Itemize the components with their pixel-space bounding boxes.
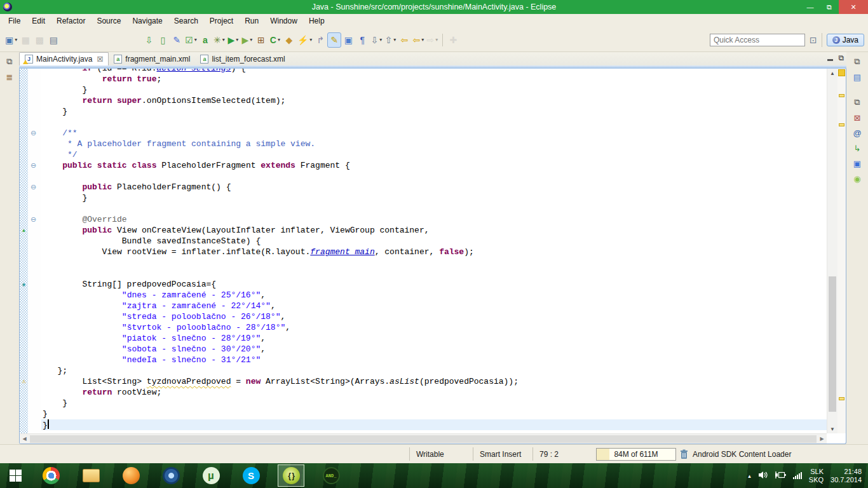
code-line-16[interactable]: ▲ public View onCreateView(LayoutInflate… bbox=[20, 225, 827, 236]
heap-status-widget[interactable]: 84M of 611M bbox=[596, 448, 676, 461]
horizontal-scrollbar[interactable]: ◀ ▶ bbox=[20, 433, 827, 444]
maximize-editor-icon[interactable]: ⧉ bbox=[838, 53, 844, 62]
new-java-class-dropdown-icon[interactable]: ▾ bbox=[278, 37, 280, 43]
java-perspective-button[interactable]: J Java bbox=[827, 34, 864, 46]
start-button[interactable] bbox=[0, 463, 31, 488]
new-android-app-icon[interactable]: a bbox=[198, 32, 212, 48]
overview-ruler[interactable] bbox=[837, 69, 846, 433]
open-task-icon[interactable]: ◆ bbox=[282, 32, 296, 48]
run-icon[interactable]: ▶▾ bbox=[226, 32, 240, 48]
open-perspective-icon[interactable]: ⊡ bbox=[810, 35, 817, 45]
code-line-19[interactable] bbox=[20, 257, 827, 268]
new-java-project-icon[interactable]: ⊞ bbox=[254, 32, 268, 48]
network-signal-icon[interactable] bbox=[793, 472, 802, 479]
code-line-4[interactable]: return super.onOptionsItemSelected(item)… bbox=[20, 95, 827, 106]
mark-occurrences-icon[interactable]: ✎ bbox=[327, 32, 341, 48]
vertical-scrollbar-thumb[interactable] bbox=[829, 276, 836, 411]
taskbar-flstudio-button[interactable] bbox=[118, 465, 144, 486]
code-line-21[interactable]: ◉ String[] predpovedPocasia={ bbox=[20, 279, 827, 290]
code-line-17[interactable]: Bundle savedInstanceState) { bbox=[20, 236, 827, 247]
editor-tab-fragment_main-xml[interactable]: afragment_main.xml bbox=[109, 52, 195, 65]
code-line-25[interactable]: "štvrtok - polooblačno - 28°/18°", bbox=[20, 322, 827, 333]
new-wizard-icon[interactable]: ▣▾ bbox=[4, 32, 18, 48]
code-line-30[interactable]: ⚠ List<String> tyzdnovaPredpoved = new A… bbox=[20, 376, 827, 387]
search-icon[interactable]: ⚡▾ bbox=[296, 32, 313, 48]
save-icon[interactable]: ▦ bbox=[18, 32, 32, 48]
run-external-tools-dropdown-icon[interactable]: ▾ bbox=[250, 37, 252, 43]
code-line-29[interactable]: }; bbox=[20, 365, 827, 376]
new-test-icon[interactable]: ☑▾ bbox=[184, 32, 198, 48]
code-line-1[interactable]: if (id == R.id.action_settings) { bbox=[20, 69, 827, 74]
editor-tab-MainActivity-java[interactable]: JMainActivity.java☒ bbox=[19, 52, 109, 65]
search-dropdown-icon[interactable]: ▾ bbox=[309, 37, 312, 43]
warning-overview-mark[interactable] bbox=[839, 94, 844, 97]
code-line-12[interactable]: ⊖ public PlaceholderFragment() { bbox=[20, 182, 827, 193]
code-line-20[interactable] bbox=[20, 268, 827, 279]
code-line-6[interactable] bbox=[20, 117, 827, 128]
quick-access-input[interactable] bbox=[710, 34, 805, 46]
code-line-15[interactable]: ⊖ @Override bbox=[20, 214, 827, 225]
overview-ruler-header[interactable] bbox=[838, 69, 845, 76]
last-edit-location-icon[interactable]: ⇦ bbox=[397, 32, 411, 48]
menu-item-search[interactable]: Search bbox=[168, 15, 204, 27]
declaration-view-icon[interactable]: ↳ bbox=[850, 142, 864, 154]
code-line-26[interactable]: "piatok - slnečno - 28°/19°", bbox=[20, 333, 827, 344]
restore-outline-view-icon[interactable]: ⧉ bbox=[850, 55, 864, 68]
warning-overview-mark[interactable] bbox=[839, 123, 844, 126]
code-line-2[interactable]: return true; bbox=[20, 74, 827, 85]
open-type-icon[interactable]: ↱ bbox=[313, 32, 327, 48]
prev-annotation-dropdown-icon[interactable]: ▾ bbox=[393, 37, 396, 43]
back-dropdown-icon[interactable]: ▾ bbox=[421, 37, 424, 43]
restore-view-icon[interactable]: ⧉ bbox=[3, 55, 17, 68]
code-line-3[interactable]: } bbox=[20, 85, 827, 95]
code-line-10[interactable]: ⊖ public static class PlaceholderFragmen… bbox=[20, 160, 827, 171]
code-line-31[interactable]: return rootView; bbox=[20, 387, 827, 398]
taskbar-skype-button[interactable]: S bbox=[238, 465, 264, 486]
forward-icon[interactable]: ⇨▾ bbox=[425, 32, 439, 48]
run-dropdown-icon[interactable]: ▾ bbox=[236, 37, 238, 43]
code-line-33[interactable]: } bbox=[20, 409, 827, 419]
clock[interactable]: 21:48 30.7.2014 bbox=[831, 468, 862, 484]
language-indicator[interactable]: SLK SKQ bbox=[809, 468, 824, 484]
code-line-27[interactable]: "sobota - slnečno - 30°/20°", bbox=[20, 344, 827, 355]
package-explorer-icon[interactable]: ≣ bbox=[3, 71, 17, 83]
print-icon[interactable]: ▤ bbox=[46, 32, 60, 48]
editor-tab-list_item_forecast-xml[interactable]: alist_item_forecast.xml bbox=[195, 52, 290, 65]
collapse-icon[interactable]: ⊖ bbox=[28, 182, 41, 193]
volume-icon[interactable] bbox=[758, 470, 768, 482]
pin-editor-icon[interactable]: ✚ bbox=[446, 32, 460, 48]
console-view-icon[interactable]: ▣ bbox=[850, 157, 864, 170]
code-line-13[interactable]: } bbox=[20, 193, 827, 203]
minimize-editor-icon[interactable] bbox=[827, 59, 833, 61]
code-line-5[interactable]: } bbox=[20, 106, 827, 117]
restore-button[interactable]: ⧉ bbox=[820, 0, 839, 14]
scroll-right-icon[interactable]: ▶ bbox=[817, 436, 827, 442]
prev-annotation-icon[interactable]: ⇧▾ bbox=[383, 32, 397, 48]
show-whitespace-icon[interactable]: ¶ bbox=[355, 32, 369, 48]
debug-icon[interactable]: ✳▾ bbox=[212, 32, 226, 48]
taskbar-media-player-button[interactable] bbox=[158, 465, 184, 486]
collapse-icon[interactable]: ⊖ bbox=[28, 160, 41, 171]
code-line-18[interactable]: View rootView = inflater.inflate(R.layou… bbox=[20, 247, 827, 257]
save-all-icon[interactable]: ▩ bbox=[32, 32, 46, 48]
close-button[interactable]: ✕ bbox=[839, 0, 868, 14]
restore-bottom-views-icon[interactable]: ⧉ bbox=[850, 96, 864, 109]
power-battery-icon[interactable] bbox=[775, 470, 786, 482]
taskbar-utorrent-button[interactable]: µ bbox=[198, 465, 224, 486]
code-line-28[interactable]: "nedeIa - slnečno - 31°/21°" bbox=[20, 355, 827, 365]
code-line-23[interactable]: "zajtra - zamračené - 22°/14°", bbox=[20, 301, 827, 311]
debug-dropdown-icon[interactable]: ▾ bbox=[222, 37, 225, 43]
next-annotation-dropdown-icon[interactable]: ▾ bbox=[379, 37, 382, 43]
run-garbage-collector-icon[interactable] bbox=[680, 449, 688, 461]
code-line-14[interactable] bbox=[20, 203, 827, 214]
code-line-7[interactable]: ⊖ /** bbox=[20, 128, 827, 139]
new-java-class-icon[interactable]: C▾ bbox=[268, 32, 282, 48]
code-line-34[interactable]: } bbox=[20, 419, 827, 430]
collapse-icon[interactable]: ⊖ bbox=[28, 128, 41, 139]
new-test-dropdown-icon[interactable]: ▾ bbox=[194, 37, 197, 43]
code-line-11[interactable] bbox=[20, 171, 827, 182]
scroll-up-icon[interactable]: ▲ bbox=[827, 69, 837, 78]
code-line-22[interactable]: "dnes - zamračené - 25°/16°", bbox=[20, 290, 827, 301]
code-line-24[interactable]: "streda - polooblačno - 26°/18°", bbox=[20, 311, 827, 322]
menu-item-refactor[interactable]: Refactor bbox=[51, 15, 91, 27]
